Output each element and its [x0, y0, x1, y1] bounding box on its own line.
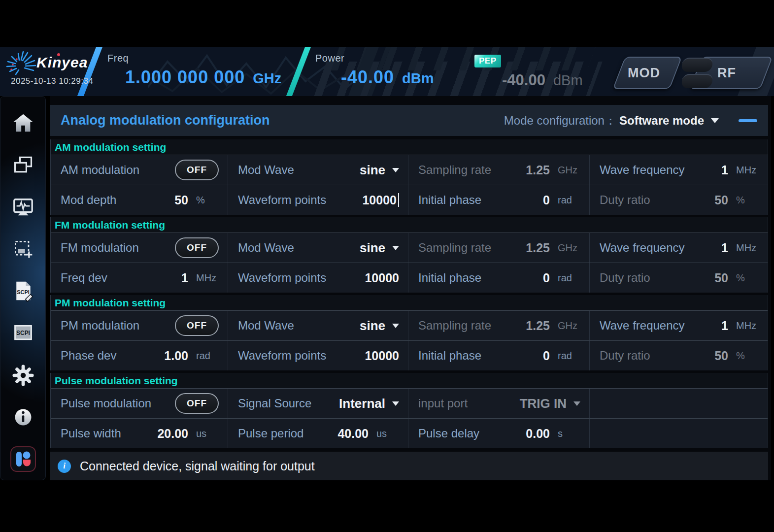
- field-value[interactable]: 1: [721, 163, 728, 177]
- field-unit: %: [736, 195, 759, 206]
- sidebar-item-screenshot[interactable]: [8, 235, 38, 263]
- cell-freq-dev: Freq dev1MHz: [51, 263, 228, 293]
- field-value[interactable]: 1.00: [164, 349, 188, 363]
- field-label: AM modulation: [61, 163, 139, 177]
- field-label: Waveform points: [238, 349, 326, 363]
- field-value[interactable]: 10000: [365, 349, 399, 363]
- field-value[interactable]: 0.00: [526, 427, 550, 441]
- dropdown-value[interactable]: sine: [360, 240, 385, 256]
- dropdown-value[interactable]: Internal: [339, 396, 385, 411]
- field-value[interactable]: 1: [721, 241, 728, 255]
- sidebar-item-multi-window[interactable]: [8, 151, 38, 179]
- empty-cell: [589, 389, 768, 418]
- field-label: PM modulation: [61, 319, 139, 332]
- cell-signal-source: Signal SourceInternal: [228, 389, 408, 418]
- cell-initial-phase: Initial phase0rad: [408, 341, 589, 370]
- rf-toggle-label: RF: [717, 57, 736, 89]
- pm-modulation-toggle-button[interactable]: OFF: [175, 315, 219, 336]
- cell-phase-dev: Phase dev1.00rad: [51, 341, 228, 370]
- field-unit: rad: [558, 350, 580, 362]
- field-value[interactable]: 40.00: [337, 427, 369, 441]
- minimize-button[interactable]: [739, 119, 757, 122]
- field-value[interactable]: 0: [543, 349, 550, 363]
- sidebar-item-brand-logo[interactable]: [8, 445, 38, 473]
- frequency-label: Freq: [107, 53, 281, 64]
- field-unit: %: [736, 350, 759, 362]
- scpi-edit-icon: SCPI: [12, 280, 34, 302]
- cell-mod-wave: Mod Wavesine: [228, 311, 408, 340]
- sidebar-item-scpi-edit[interactable]: SCPI: [8, 277, 38, 305]
- cell-pulse-width: Pulse width20.00us: [51, 419, 228, 448]
- chevron-down-icon[interactable]: [392, 401, 399, 406]
- field-unit: MHz: [196, 272, 219, 284]
- field-label: Wave frequency: [600, 241, 685, 255]
- pep-badge: PEP: [474, 55, 501, 67]
- info-icon: i: [58, 460, 71, 473]
- cell-sampling-rate: Sampling rate1.25GHz: [408, 155, 589, 185]
- field-label: Pulse modulation: [61, 397, 151, 410]
- sidebar-item-about[interactable]: [8, 403, 38, 431]
- chevron-down-icon[interactable]: [392, 324, 399, 328]
- chevron-down-icon[interactable]: [392, 246, 399, 250]
- field-value: 50: [714, 271, 728, 285]
- sidebar-nav: SCPI SCPI: [0, 96, 46, 480]
- cell-wave-frequency: Wave frequency1MHz: [589, 311, 768, 340]
- pep-unit: dBm: [553, 72, 583, 89]
- cell-mod-wave: Mod Wavesine: [228, 233, 408, 263]
- field-value[interactable]: 0: [543, 193, 550, 207]
- cell-mod-wave: Mod Wavesine: [228, 155, 408, 185]
- table-row: AM modulationOFFMod WavesineSampling rat…: [51, 155, 768, 185]
- sidebar-item-settings[interactable]: [8, 362, 38, 389]
- field-value[interactable]: 1: [181, 271, 188, 285]
- field-value[interactable]: 0: [543, 271, 550, 285]
- empty-cell: [589, 419, 768, 448]
- field-label: Mod depth: [61, 193, 116, 207]
- fm-modulation-toggle-button[interactable]: OFF: [175, 237, 219, 258]
- sidebar-item-home[interactable]: [8, 109, 38, 137]
- cell-duty-ratio: Duty ratio50%: [589, 341, 768, 370]
- section-am-modulation-setting: AM modulation settingAM modulationOFFMod…: [50, 139, 768, 215]
- field-label: Sampling rate: [418, 319, 491, 332]
- field-value: 1.25: [526, 163, 550, 177]
- field-label: Pulse delay: [418, 427, 479, 440]
- sidebar-item-scpi-monitor[interactable]: SCPI: [8, 319, 38, 347]
- am-modulation-toggle-button[interactable]: OFF: [175, 160, 219, 180]
- cell-waveform-points: Waveform points10000: [228, 263, 408, 293]
- field-value: 50: [714, 193, 728, 207]
- frequency-value[interactable]: 1.000 000 000: [125, 67, 245, 88]
- power-value[interactable]: -40.00: [341, 67, 394, 88]
- field-unit: us: [376, 428, 399, 439]
- frequency-display[interactable]: Freq 1.000 000 000 GHz: [107, 53, 281, 88]
- field-label: Freq dev: [61, 271, 107, 285]
- mod-toggle-indicator[interactable]: [681, 58, 713, 72]
- cell-pulse-period: Pulse period40.00us: [228, 419, 408, 448]
- main-panel: Analog modulation configuration Mode con…: [50, 96, 771, 480]
- text-cursor: [398, 193, 399, 207]
- mode-config-value[interactable]: Software mode: [619, 114, 704, 128]
- sidebar-item-device-monitor[interactable]: [8, 194, 38, 221]
- dropdown-value[interactable]: sine: [360, 318, 385, 333]
- cell-waveform-points: Waveform points10000: [228, 341, 408, 370]
- dropdown-value[interactable]: sine: [360, 163, 385, 178]
- field-unit: MHz: [736, 242, 759, 254]
- chevron-down-icon: [573, 401, 580, 406]
- field-value[interactable]: 10000: [365, 271, 399, 285]
- section-title: Pulse modulation setting: [51, 373, 768, 389]
- table-row: Phase dev1.00radWaveform points10000Init…: [51, 340, 768, 370]
- pulse-modulation-toggle-button[interactable]: OFF: [175, 393, 219, 414]
- cell-mod-depth: Mod depth50%: [51, 185, 228, 215]
- field-value[interactable]: 10000: [362, 193, 397, 207]
- field-value[interactable]: 20.00: [157, 427, 188, 441]
- cell-wave-frequency: Wave frequency1MHz: [589, 233, 768, 263]
- rf-toggle-indicator[interactable]: [681, 74, 713, 88]
- field-label: Initial phase: [418, 193, 481, 207]
- chevron-down-icon[interactable]: [711, 118, 719, 123]
- cell-sampling-rate: Sampling rate1.25GHz: [408, 233, 589, 263]
- info-icon: [12, 406, 34, 428]
- gear-icon: [12, 364, 34, 387]
- field-value[interactable]: 50: [174, 193, 188, 207]
- power-display[interactable]: Power -40.00 dBm: [315, 53, 434, 88]
- chevron-down-icon[interactable]: [392, 168, 399, 172]
- field-label: FM modulation: [61, 241, 139, 255]
- field-value[interactable]: 1: [721, 319, 728, 333]
